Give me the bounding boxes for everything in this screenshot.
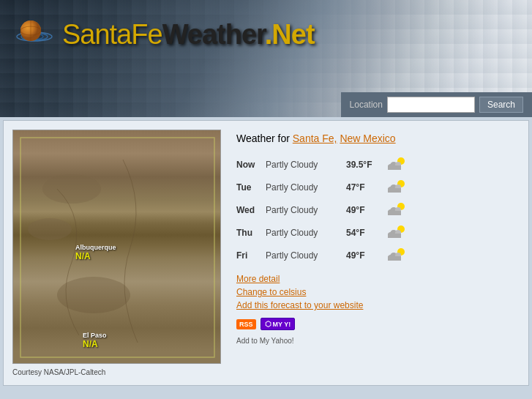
weather-rows: NowPartly Cloudy39.5°FTuePartly Cloudy47… [236, 153, 414, 266]
map-terrain: Albuquerque N/A El Paso N/A [13, 130, 220, 363]
weather-condition: Partly Cloudy [266, 176, 346, 198]
map-image: Albuquerque N/A El Paso N/A [12, 130, 221, 364]
yahoo-label: MY Y! [273, 321, 291, 328]
state-link[interactable]: New Mexico [340, 133, 395, 144]
logo-area: SantaFeWeather.Net [15, 15, 315, 55]
svg-rect-7 [20, 138, 214, 357]
rss-button[interactable]: RSS [236, 319, 256, 329]
weather-condition: Partly Cloudy [266, 198, 346, 221]
map-overlay [13, 130, 220, 363]
weather-day: Tue [236, 176, 266, 198]
weather-icon-cell [386, 244, 414, 266]
globe-icon [15, 15, 55, 55]
weather-condition: Partly Cloudy [266, 244, 346, 266]
svg-rect-17 [388, 188, 401, 193]
weather-row: WedPartly Cloudy49°F [236, 198, 414, 221]
svg-rect-12 [388, 165, 401, 170]
svg-rect-32 [388, 256, 401, 261]
partly-cloudy-icon [386, 178, 408, 194]
weather-temp: 54°F [346, 221, 386, 244]
map-section: Albuquerque N/A El Paso N/A Courtesy NAS… [12, 130, 225, 376]
main-content: Albuquerque N/A El Paso N/A Courtesy NAS… [3, 120, 529, 386]
weather-row: NowPartly Cloudy39.5°F [236, 153, 414, 176]
yahoo-icon: ⬡ [265, 320, 271, 328]
weather-condition: Partly Cloudy [266, 221, 346, 244]
weather-temp: 49°F [346, 198, 386, 221]
weather-title-prefix: Weather for [236, 133, 293, 144]
weather-icon-cell [386, 176, 414, 198]
search-button[interactable]: Search [479, 97, 523, 113]
svg-rect-22 [388, 211, 401, 215]
weather-icon-cell [386, 198, 414, 221]
city-link[interactable]: Santa Fe, [293, 133, 337, 144]
map-label-elpaso: El Paso N/A [83, 332, 107, 349]
weather-row: ThuPartly Cloudy54°F [236, 221, 414, 244]
weather-row: FriPartly Cloudy49°F [236, 244, 414, 266]
weather-day: Thu [236, 221, 266, 244]
weather-day: Now [236, 153, 266, 176]
map-caption: Courtesy NASA/JPL-Caltech [12, 368, 225, 376]
feed-buttons: RSS ⬡ MY Y! Add to My Yahoo! [236, 318, 520, 345]
weather-temp: 49°F [346, 244, 386, 266]
change-celsius-link[interactable]: Change to celsius [236, 287, 520, 297]
weather-section: Weather for Santa Fe, New Mexico NowPart… [236, 130, 520, 376]
partly-cloudy-icon [386, 201, 408, 217]
more-detail-link[interactable]: More detail [236, 274, 520, 284]
location-input[interactable] [387, 97, 475, 113]
search-bar: Location Search [341, 92, 532, 117]
yahoo-button[interactable]: ⬡ MY Y! [261, 318, 296, 330]
site-header: SantaFeWeather.Net Location Search [0, 0, 532, 117]
add-forecast-link[interactable]: Add this forecast to your website [236, 300, 520, 310]
location-label: Location [350, 100, 383, 110]
partly-cloudy-icon [386, 223, 408, 239]
partly-cloudy-icon [386, 246, 408, 262]
weather-table: NowPartly Cloudy39.5°FTuePartly Cloudy47… [236, 153, 414, 266]
site-title: SantaFeWeather.Net [62, 19, 315, 51]
map-label-albuquerque: Albuquerque N/A [75, 244, 116, 261]
weather-title: Weather for Santa Fe, New Mexico [236, 133, 520, 144]
rss-row: RSS ⬡ MY Y! [236, 318, 295, 330]
weather-icon-cell [386, 153, 414, 176]
weather-day: Wed [236, 198, 266, 221]
weather-icon-cell [386, 221, 414, 244]
weather-day: Fri [236, 244, 266, 266]
partly-cloudy-icon [386, 155, 408, 171]
weather-row: TuePartly Cloudy47°F [236, 176, 414, 198]
weather-temp: 47°F [346, 176, 386, 198]
svg-rect-27 [388, 234, 401, 238]
add-yahoo-label: Add to My Yahoo! [236, 337, 294, 345]
weather-condition: Partly Cloudy [266, 153, 346, 176]
weather-temp: 39.5°F [346, 153, 386, 176]
